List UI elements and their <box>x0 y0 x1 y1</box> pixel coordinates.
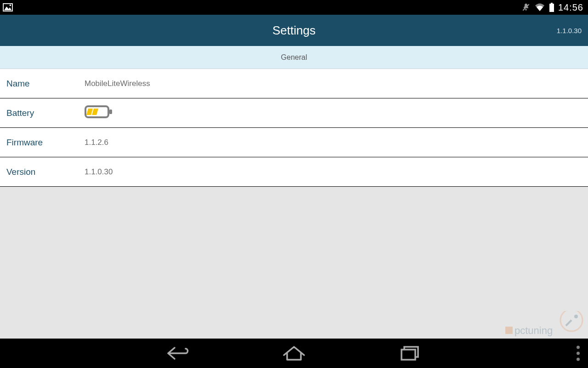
svg-line-13 <box>566 320 571 326</box>
nav-home-button[interactable] <box>279 339 309 368</box>
android-nav-bar <box>0 339 588 368</box>
status-clock: 14:56 <box>558 2 583 13</box>
row-label-battery: Battery <box>6 108 85 118</box>
app-version-label: 1.1.0.30 <box>557 27 582 34</box>
svg-marker-10 <box>92 109 98 115</box>
dot-icon <box>577 358 580 361</box>
dot-icon <box>577 352 580 355</box>
svg-point-11 <box>560 311 582 331</box>
picture-icon <box>3 3 13 12</box>
svg-marker-1 <box>4 6 11 10</box>
svg-point-12 <box>574 315 578 318</box>
settings-row-name[interactable]: Name MobileLiteWireless <box>0 69 588 98</box>
watermark: pctuning <box>503 311 585 340</box>
android-status-bar: 14:56 <box>0 0 588 15</box>
section-header-label: General <box>281 53 307 62</box>
svg-marker-9 <box>86 109 93 115</box>
mute-icon <box>521 3 531 12</box>
wifi-icon <box>534 3 545 12</box>
row-value-version: 1.1.0.30 <box>85 167 113 177</box>
svg-text:pctuning: pctuning <box>514 325 553 336</box>
svg-rect-6 <box>549 4 554 12</box>
svg-rect-8 <box>109 109 112 114</box>
svg-rect-5 <box>551 3 553 4</box>
svg-point-2 <box>10 5 11 6</box>
section-header-general: General <box>0 46 588 69</box>
svg-rect-16 <box>401 350 415 360</box>
dot-icon <box>577 346 580 349</box>
row-value-firmware: 1.1.2.6 <box>85 138 108 147</box>
app-header: Settings 1.1.0.30 <box>0 15 588 46</box>
page-title: Settings <box>272 23 316 38</box>
row-label-firmware: Firmware <box>6 138 85 148</box>
svg-point-3 <box>525 9 526 10</box>
nav-recents-button[interactable] <box>396 339 425 368</box>
settings-row-version: Version 1.1.0.30 <box>0 157 588 187</box>
battery-indicator-icon <box>85 105 113 118</box>
svg-rect-14 <box>505 327 513 334</box>
row-label-name: Name <box>6 79 85 89</box>
settings-row-firmware: Firmware 1.1.2.6 <box>0 128 588 157</box>
row-label-version: Version <box>6 167 85 177</box>
nav-overflow-button[interactable] <box>577 346 580 361</box>
settings-row-battery: Battery <box>0 98 588 128</box>
nav-back-button[interactable] <box>163 339 192 368</box>
settings-list: Name MobileLiteWireless Battery Firmware… <box>0 69 588 187</box>
battery-icon <box>549 3 554 12</box>
row-value-name: MobileLiteWireless <box>85 79 150 88</box>
